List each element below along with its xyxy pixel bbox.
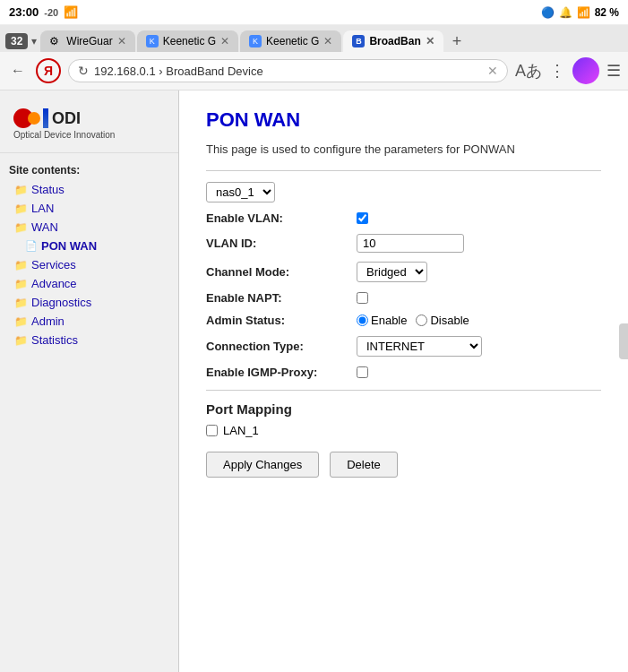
delete-button[interactable]: Delete: [330, 452, 398, 478]
admin-status-radio-group: Enable Disable: [357, 314, 469, 327]
channel-mode-row: Channel Mode: Bridged Routed: [206, 262, 601, 282]
battery-display: 82 %: [595, 6, 619, 19]
sidebar-item-status[interactable]: 📁 Status: [0, 180, 178, 199]
sidebar-label-services: Services: [31, 258, 76, 271]
tab3-favicon: K: [249, 35, 262, 47]
clear-address-icon[interactable]: ✕: [487, 64, 498, 78]
logo-tagline: Optical Device Innovation: [13, 130, 165, 140]
sidebar-item-admin[interactable]: 📁 Admin: [0, 312, 178, 331]
enable-vlan-row: Enable VLAN:: [206, 211, 601, 225]
sidebar-label-advance: Advance: [31, 277, 77, 290]
user-avatar-button[interactable]: [572, 57, 599, 84]
igmp-proxy-row: Enable IGMP-Proxy:: [206, 366, 601, 379]
admin-status-label: Admin Status:: [206, 314, 349, 327]
tab-wireguard[interactable]: ⚙ WireGuar ✕: [40, 30, 134, 52]
enable-vlan-label: Enable VLAN:: [206, 211, 349, 225]
admin-status-row: Admin Status: Enable Disable: [206, 314, 601, 327]
sidebar-logo: ODI Optical Device Innovation: [0, 99, 178, 153]
enable-napt-checkbox[interactable]: [357, 292, 368, 304]
channel-mode-dropdown[interactable]: Bridged Routed: [357, 262, 427, 282]
tab3-label: Keenetic G: [266, 35, 319, 47]
sidebar: ODI Optical Device Innovation Site conte…: [0, 90, 179, 672]
sidebar-item-wan[interactable]: 📁 WAN: [0, 218, 178, 237]
tab4-favicon: B: [352, 35, 365, 47]
scroll-edge: [619, 323, 628, 359]
connection-type-row: Connection Type: INTERNET OTHER: [206, 336, 601, 357]
sidebar-item-statistics[interactable]: 📁 Statistics: [0, 331, 178, 349]
sidebar-item-advance[interactable]: 📁 Advance: [0, 274, 178, 293]
browser-chrome: 32 ▾ ⚙ WireGuar ✕ K Keenetic G ✕ K Keene…: [0, 25, 628, 90]
tab2-label: Keenetic G: [163, 35, 216, 47]
tab1-close[interactable]: ✕: [117, 35, 126, 47]
tab4-close[interactable]: ✕: [426, 35, 434, 47]
nas-dropdown[interactable]: nas0_1 nas0_2: [206, 182, 275, 202]
tab2-close[interactable]: ✕: [220, 35, 229, 47]
address-breadcrumb: BroadBand Device: [166, 65, 262, 78]
enable-vlan-checkbox[interactable]: [357, 212, 368, 224]
button-row: Apply Changes Delete: [206, 452, 601, 478]
main-content: PON WAN This page is used to configure t…: [179, 90, 628, 672]
sidebar-item-diagnostics[interactable]: 📁 Diagnostics: [0, 293, 178, 312]
enable-napt-row: Enable NAPT:: [206, 291, 601, 305]
sidebar-label-wan: WAN: [31, 220, 58, 234]
connection-type-dropdown[interactable]: INTERNET OTHER: [357, 336, 482, 357]
lan1-checkbox[interactable]: [206, 425, 218, 436]
admin-status-enable-radio[interactable]: [357, 314, 368, 326]
sidebar-item-lan[interactable]: 📁 LAN: [0, 199, 178, 218]
bluetooth-icon: 🔵: [541, 6, 555, 19]
sidebar-item-ponwan[interactable]: 📄 PON WAN: [0, 237, 178, 255]
tabs-row: 32 ▾ ⚙ WireGuar ✕ K Keenetic G ✕ K Keene…: [0, 25, 628, 52]
sidebar-label-diagnostics: Diagnostics: [31, 296, 91, 309]
sidebar-label-status: Status: [31, 183, 65, 196]
back-button[interactable]: ←: [7, 61, 29, 81]
tab-keenetic2[interactable]: K Keenetic G ✕: [240, 30, 341, 52]
address-bar-row: ← Я ↻ 192.168.0.1 › BroadBand Device ✕ A…: [0, 52, 628, 90]
reload-icon[interactable]: ↻: [78, 64, 89, 78]
admin-status-enable-label[interactable]: Enable: [357, 314, 407, 327]
tab3-close[interactable]: ✕: [323, 35, 332, 47]
logo-bar: [43, 108, 48, 128]
folder-icon-diagnostics: 📁: [14, 297, 28, 309]
new-tab-button[interactable]: +: [445, 33, 469, 49]
folder-icon-lan: 📁: [14, 202, 28, 215]
tab4-label: BroadBan: [369, 35, 420, 47]
hamburger-icon[interactable]: ☰: [606, 61, 621, 81]
yandex-logo-button[interactable]: Я: [36, 58, 61, 83]
vlan-id-input[interactable]: [357, 234, 464, 253]
translate-icon[interactable]: Aあ: [515, 60, 542, 82]
nas-row: nas0_1 nas0_2: [206, 182, 601, 202]
volume-icon: 🔔: [559, 6, 572, 19]
igmp-proxy-checkbox[interactable]: [357, 366, 368, 378]
page-description: This page is used to configure the param…: [206, 142, 601, 156]
odi-logo: ODI: [13, 108, 165, 128]
status-bar: 23:00 -20 📶 🔵 🔔 📶 82 %: [0, 0, 628, 25]
menu-dots-icon[interactable]: ⋮: [549, 61, 565, 81]
tab-count[interactable]: 32: [5, 33, 28, 49]
address-url: 192.168.0.1 › BroadBand Device: [94, 65, 482, 78]
connection-type-label: Connection Type:: [206, 340, 349, 353]
apply-changes-button[interactable]: Apply Changes: [206, 452, 319, 478]
admin-status-enable-text: Enable: [371, 314, 407, 327]
tab1-favicon: ⚙: [49, 35, 62, 47]
tab-keenetic1[interactable]: K Keenetic G ✕: [137, 30, 238, 52]
tab-count-chevron: ▾: [31, 35, 37, 47]
sidebar-section-title: Site contents:: [0, 160, 178, 180]
sidebar-label-admin: Admin: [31, 314, 65, 328]
tab2-favicon: K: [146, 35, 159, 47]
admin-status-disable-radio[interactable]: [416, 314, 427, 326]
network-icon: 📶: [64, 5, 78, 19]
sidebar-label-statistics: Statistics: [31, 333, 78, 347]
toolbar-icons: Aあ ⋮ ☰: [515, 57, 621, 84]
doc-icon-ponwan: 📄: [25, 240, 38, 252]
address-bar[interactable]: ↻ 192.168.0.1 › BroadBand Device ✕: [68, 59, 508, 82]
extra-info: -20: [44, 7, 58, 18]
admin-status-disable-label[interactable]: Disable: [416, 314, 469, 327]
sidebar-item-services[interactable]: 📁 Services: [0, 255, 178, 274]
admin-status-disable-text: Disable: [430, 314, 469, 327]
folder-icon-advance: 📁: [14, 278, 28, 290]
enable-napt-label: Enable NAPT:: [206, 291, 349, 305]
tab-broadband[interactable]: B BroadBan ✕: [343, 30, 443, 52]
port-mapping-title: Port Mapping: [206, 401, 601, 417]
sidebar-label-ponwan: PON WAN: [41, 239, 97, 253]
logo-letters: ODI: [52, 109, 81, 128]
